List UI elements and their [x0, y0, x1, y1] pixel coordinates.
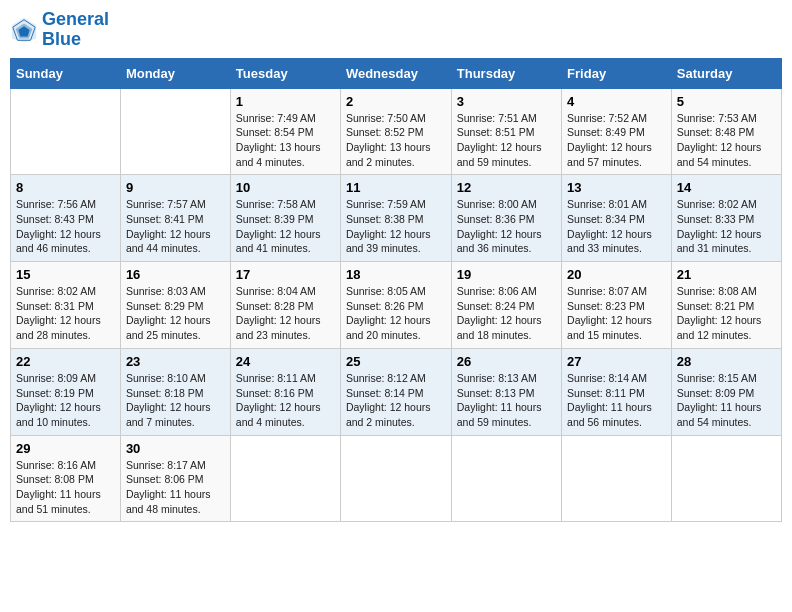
day-number: 29 — [16, 441, 115, 456]
day-number: 5 — [677, 94, 776, 109]
cell-info: Sunrise: 8:11 AMSunset: 8:16 PMDaylight:… — [236, 371, 335, 430]
day-number: 14 — [677, 180, 776, 195]
day-number: 26 — [457, 354, 556, 369]
day-cell-17: 17Sunrise: 8:04 AMSunset: 8:28 PMDayligh… — [230, 262, 340, 349]
day-cell-10: 10Sunrise: 7:58 AMSunset: 8:39 PMDayligh… — [230, 175, 340, 262]
cell-info: Sunrise: 7:49 AMSunset: 8:54 PMDaylight:… — [236, 111, 335, 170]
day-cell-12: 12Sunrise: 8:00 AMSunset: 8:36 PMDayligh… — [451, 175, 561, 262]
day-number: 3 — [457, 94, 556, 109]
cell-info: Sunrise: 8:14 AMSunset: 8:11 PMDaylight:… — [567, 371, 666, 430]
day-number: 10 — [236, 180, 335, 195]
page-header: General Blue — [10, 10, 782, 50]
cell-info: Sunrise: 8:06 AMSunset: 8:24 PMDaylight:… — [457, 284, 556, 343]
cell-info: Sunrise: 8:10 AMSunset: 8:18 PMDaylight:… — [126, 371, 225, 430]
day-cell-24: 24Sunrise: 8:11 AMSunset: 8:16 PMDayligh… — [230, 348, 340, 435]
calendar-week-2: 8Sunrise: 7:56 AMSunset: 8:43 PMDaylight… — [11, 175, 782, 262]
cell-info: Sunrise: 8:02 AMSunset: 8:33 PMDaylight:… — [677, 197, 776, 256]
calendar-header: SundayMondayTuesdayWednesdayThursdayFrid… — [11, 58, 782, 88]
logo: General Blue — [10, 10, 109, 50]
day-cell-15: 15Sunrise: 8:02 AMSunset: 8:31 PMDayligh… — [11, 262, 121, 349]
day-number: 12 — [457, 180, 556, 195]
day-number: 8 — [16, 180, 115, 195]
cell-info: Sunrise: 8:00 AMSunset: 8:36 PMDaylight:… — [457, 197, 556, 256]
logo-text: General Blue — [42, 10, 109, 50]
day-cell-14: 14Sunrise: 8:02 AMSunset: 8:33 PMDayligh… — [671, 175, 781, 262]
header-day-monday: Monday — [120, 58, 230, 88]
empty-cell — [451, 435, 561, 522]
day-number: 15 — [16, 267, 115, 282]
day-cell-18: 18Sunrise: 8:05 AMSunset: 8:26 PMDayligh… — [340, 262, 451, 349]
calendar-week-3: 15Sunrise: 8:02 AMSunset: 8:31 PMDayligh… — [11, 262, 782, 349]
day-cell-5: 5Sunrise: 7:53 AMSunset: 8:48 PMDaylight… — [671, 88, 781, 175]
day-cell-2: 2Sunrise: 7:50 AMSunset: 8:52 PMDaylight… — [340, 88, 451, 175]
cell-info: Sunrise: 7:58 AMSunset: 8:39 PMDaylight:… — [236, 197, 335, 256]
header-day-wednesday: Wednesday — [340, 58, 451, 88]
calendar-week-4: 22Sunrise: 8:09 AMSunset: 8:19 PMDayligh… — [11, 348, 782, 435]
cell-info: Sunrise: 8:03 AMSunset: 8:29 PMDaylight:… — [126, 284, 225, 343]
cell-info: Sunrise: 8:05 AMSunset: 8:26 PMDaylight:… — [346, 284, 446, 343]
day-number: 21 — [677, 267, 776, 282]
day-cell-20: 20Sunrise: 8:07 AMSunset: 8:23 PMDayligh… — [562, 262, 672, 349]
cell-info: Sunrise: 8:04 AMSunset: 8:28 PMDaylight:… — [236, 284, 335, 343]
day-number: 17 — [236, 267, 335, 282]
logo-icon — [10, 16, 38, 44]
day-number: 9 — [126, 180, 225, 195]
cell-info: Sunrise: 7:51 AMSunset: 8:51 PMDaylight:… — [457, 111, 556, 170]
cell-info: Sunrise: 8:17 AMSunset: 8:06 PMDaylight:… — [126, 458, 225, 517]
day-cell-29: 29Sunrise: 8:16 AMSunset: 8:08 PMDayligh… — [11, 435, 121, 522]
day-number: 22 — [16, 354, 115, 369]
cell-info: Sunrise: 8:12 AMSunset: 8:14 PMDaylight:… — [346, 371, 446, 430]
empty-cell — [671, 435, 781, 522]
empty-cell — [230, 435, 340, 522]
day-number: 27 — [567, 354, 666, 369]
calendar-week-5: 29Sunrise: 8:16 AMSunset: 8:08 PMDayligh… — [11, 435, 782, 522]
day-number: 20 — [567, 267, 666, 282]
day-cell-1: 1Sunrise: 7:49 AMSunset: 8:54 PMDaylight… — [230, 88, 340, 175]
day-cell-30: 30Sunrise: 8:17 AMSunset: 8:06 PMDayligh… — [120, 435, 230, 522]
day-cell-11: 11Sunrise: 7:59 AMSunset: 8:38 PMDayligh… — [340, 175, 451, 262]
day-cell-3: 3Sunrise: 7:51 AMSunset: 8:51 PMDaylight… — [451, 88, 561, 175]
calendar-week-1: 1Sunrise: 7:49 AMSunset: 8:54 PMDaylight… — [11, 88, 782, 175]
day-cell-4: 4Sunrise: 7:52 AMSunset: 8:49 PMDaylight… — [562, 88, 672, 175]
empty-cell — [340, 435, 451, 522]
day-cell-25: 25Sunrise: 8:12 AMSunset: 8:14 PMDayligh… — [340, 348, 451, 435]
cell-info: Sunrise: 8:07 AMSunset: 8:23 PMDaylight:… — [567, 284, 666, 343]
day-number: 30 — [126, 441, 225, 456]
header-day-tuesday: Tuesday — [230, 58, 340, 88]
day-number: 11 — [346, 180, 446, 195]
day-number: 13 — [567, 180, 666, 195]
day-cell-27: 27Sunrise: 8:14 AMSunset: 8:11 PMDayligh… — [562, 348, 672, 435]
header-day-saturday: Saturday — [671, 58, 781, 88]
day-cell-21: 21Sunrise: 8:08 AMSunset: 8:21 PMDayligh… — [671, 262, 781, 349]
cell-info: Sunrise: 7:56 AMSunset: 8:43 PMDaylight:… — [16, 197, 115, 256]
day-cell-8: 8Sunrise: 7:56 AMSunset: 8:43 PMDaylight… — [11, 175, 121, 262]
cell-info: Sunrise: 7:59 AMSunset: 8:38 PMDaylight:… — [346, 197, 446, 256]
cell-info: Sunrise: 7:53 AMSunset: 8:48 PMDaylight:… — [677, 111, 776, 170]
header-day-thursday: Thursday — [451, 58, 561, 88]
cell-info: Sunrise: 8:08 AMSunset: 8:21 PMDaylight:… — [677, 284, 776, 343]
cell-info: Sunrise: 7:57 AMSunset: 8:41 PMDaylight:… — [126, 197, 225, 256]
day-number: 23 — [126, 354, 225, 369]
day-number: 1 — [236, 94, 335, 109]
day-cell-23: 23Sunrise: 8:10 AMSunset: 8:18 PMDayligh… — [120, 348, 230, 435]
day-cell-16: 16Sunrise: 8:03 AMSunset: 8:29 PMDayligh… — [120, 262, 230, 349]
day-number: 16 — [126, 267, 225, 282]
day-cell-9: 9Sunrise: 7:57 AMSunset: 8:41 PMDaylight… — [120, 175, 230, 262]
empty-cell — [120, 88, 230, 175]
calendar-table: SundayMondayTuesdayWednesdayThursdayFrid… — [10, 58, 782, 523]
cell-info: Sunrise: 8:09 AMSunset: 8:19 PMDaylight:… — [16, 371, 115, 430]
cell-info: Sunrise: 7:52 AMSunset: 8:49 PMDaylight:… — [567, 111, 666, 170]
day-number: 19 — [457, 267, 556, 282]
cell-info: Sunrise: 8:01 AMSunset: 8:34 PMDaylight:… — [567, 197, 666, 256]
day-number: 4 — [567, 94, 666, 109]
day-cell-19: 19Sunrise: 8:06 AMSunset: 8:24 PMDayligh… — [451, 262, 561, 349]
day-cell-13: 13Sunrise: 8:01 AMSunset: 8:34 PMDayligh… — [562, 175, 672, 262]
empty-cell — [562, 435, 672, 522]
day-number: 25 — [346, 354, 446, 369]
cell-info: Sunrise: 8:13 AMSunset: 8:13 PMDaylight:… — [457, 371, 556, 430]
day-number: 28 — [677, 354, 776, 369]
empty-cell — [11, 88, 121, 175]
day-number: 18 — [346, 267, 446, 282]
day-number: 24 — [236, 354, 335, 369]
day-number: 2 — [346, 94, 446, 109]
